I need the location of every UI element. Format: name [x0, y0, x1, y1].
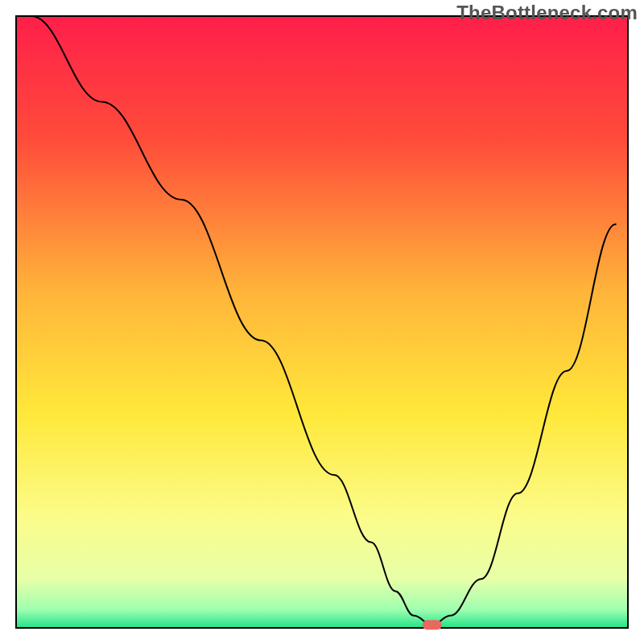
- plot-background: [16, 16, 628, 628]
- optimum-marker: [423, 620, 442, 630]
- chart-container: TheBottleneck.com: [0, 0, 644, 644]
- watermark-label: TheBottleneck.com: [456, 2, 638, 24]
- bottleneck-chart: [0, 0, 644, 644]
